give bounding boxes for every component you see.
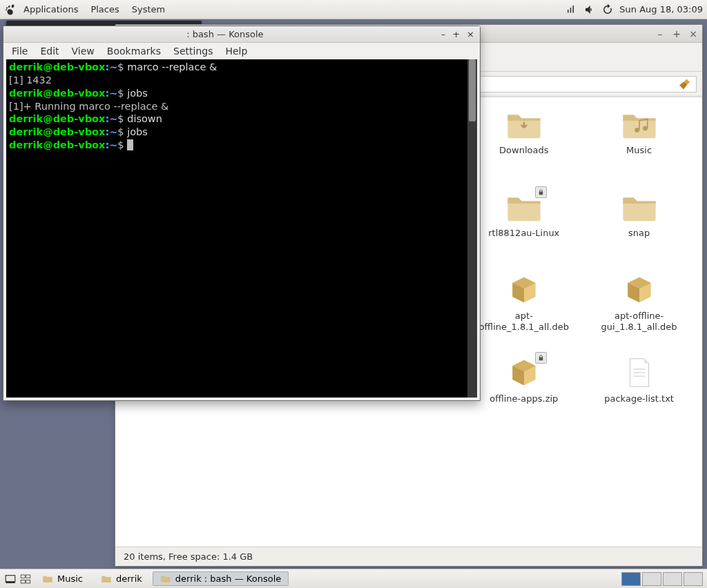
network-icon[interactable] bbox=[565, 3, 578, 16]
folder-icon bbox=[621, 190, 658, 224]
svg-rect-12 bbox=[26, 580, 30, 583]
terminal-line: [1]+ Running marco --replace & bbox=[9, 100, 474, 113]
terminal-line: derrik@deb-vbox:~$ jobs bbox=[9, 126, 474, 139]
file-item[interactable]: rtl8812au-Linux bbox=[467, 188, 580, 264]
file-item[interactable]: apt-offline-gui_1.8.1_all.deb bbox=[583, 271, 695, 346]
svg-rect-11 bbox=[21, 580, 25, 583]
terminal-line: derrik@deb-vbox:~$ jobs bbox=[9, 87, 474, 100]
close-icon[interactable]: × bbox=[688, 29, 698, 39]
panel-menus: Applications Places System bbox=[4, 2, 171, 17]
lock-emblem-icon bbox=[535, 352, 547, 364]
file-item[interactable]: offline-apps.zip bbox=[467, 353, 580, 429]
file-label: apt-offline-gui_1.8.1_all.deb bbox=[591, 311, 688, 333]
txt-icon bbox=[621, 356, 658, 389]
konsole-menu-settings[interactable]: Settings bbox=[168, 43, 218, 59]
svg-rect-9 bbox=[21, 575, 25, 578]
file-item[interactable]: Downloads bbox=[467, 105, 580, 181]
clock-text[interactable]: Sun Aug 18, 03:09 bbox=[619, 4, 703, 14]
taskbar-button[interactable]: derrik bbox=[93, 571, 150, 586]
workspace-switcher[interactable] bbox=[621, 572, 703, 586]
terminal-scrollbar[interactable] bbox=[467, 59, 477, 398]
caja-statusbar: 20 items, Free space: 1.4 GB bbox=[115, 547, 702, 566]
workspace-3[interactable] bbox=[663, 572, 682, 586]
taskbar-button[interactable]: derrik : bash — Konsole bbox=[153, 571, 289, 586]
file-label: snap bbox=[628, 228, 650, 239]
zip-icon bbox=[505, 356, 543, 389]
update-icon[interactable] bbox=[601, 3, 614, 16]
window-icon bbox=[101, 574, 112, 583]
file-label: Music bbox=[626, 145, 652, 156]
konsole-title-text: : bash — Konsole bbox=[9, 29, 441, 39]
clear-icon[interactable] bbox=[679, 78, 692, 90]
terminal-line: derrik@deb-vbox:~$ bbox=[9, 139, 474, 152]
window-list-icon[interactable] bbox=[19, 573, 32, 585]
konsole-menubar: FileEditViewBookmarksSettingsHelp bbox=[3, 43, 480, 59]
minimize-icon[interactable]: – bbox=[441, 29, 446, 39]
panel-tray: Sun Aug 18, 03:09 bbox=[565, 3, 703, 16]
menu-system[interactable]: System bbox=[126, 2, 171, 17]
file-label: offline-apps.zip bbox=[490, 393, 558, 404]
terminal-line: [1] 1432 bbox=[9, 74, 474, 87]
taskbar-button[interactable]: Music bbox=[35, 571, 90, 586]
konsole-menu-help[interactable]: Help bbox=[220, 43, 253, 59]
file-label: apt-offline_1.8.1_all.deb bbox=[476, 311, 572, 333]
show-desktop-icon[interactable] bbox=[4, 573, 17, 585]
svg-rect-7 bbox=[6, 575, 15, 581]
svg-point-2 bbox=[635, 128, 639, 133]
menu-places[interactable]: Places bbox=[85, 2, 124, 17]
svg-rect-10 bbox=[26, 575, 30, 578]
taskbar-label: derrik bbox=[116, 574, 142, 584]
maximize-icon[interactable]: + bbox=[452, 29, 460, 39]
window-icon bbox=[160, 574, 171, 583]
workspace-1[interactable] bbox=[621, 572, 641, 586]
menu-applications[interactable]: Applications bbox=[18, 2, 84, 17]
svg-point-3 bbox=[643, 126, 648, 131]
close-icon[interactable]: × bbox=[467, 29, 474, 39]
scrollbar-thumb[interactable] bbox=[469, 59, 476, 121]
konsole-menu-bookmarks[interactable]: Bookmarks bbox=[101, 43, 166, 59]
konsole-titlebar[interactable]: : bash — Konsole – + × bbox=[3, 26, 480, 43]
konsole-menu-edit[interactable]: Edit bbox=[35, 43, 64, 59]
statusbar-text: 20 items, Free space: 1.4 GB bbox=[124, 551, 253, 562]
gnome-foot-icon bbox=[4, 3, 17, 16]
top-panel: Applications Places System Sun Aug 18, 0… bbox=[0, 0, 707, 19]
workspace-4[interactable] bbox=[684, 572, 703, 586]
terminal-area[interactable]: derrik@deb-vbox:~$ marco --replace &[1] … bbox=[6, 59, 477, 398]
volume-icon[interactable] bbox=[583, 3, 596, 16]
file-item[interactable]: Music bbox=[583, 105, 695, 181]
workspace-2[interactable] bbox=[642, 572, 661, 586]
file-label: rtl8812au-Linux bbox=[488, 228, 559, 239]
folder-icon bbox=[621, 108, 658, 141]
file-label: package-list.txt bbox=[604, 393, 674, 404]
svg-rect-8 bbox=[6, 581, 15, 582]
lock-emblem-icon bbox=[535, 186, 547, 198]
maximize-icon[interactable]: + bbox=[672, 29, 681, 39]
bottom-panel: Musicderrikderrik : bash — Konsole bbox=[0, 569, 707, 588]
taskbar-label: Music bbox=[57, 574, 83, 584]
minimize-icon[interactable]: – bbox=[655, 29, 665, 39]
file-item[interactable]: package-list.txt bbox=[583, 353, 695, 429]
window-icon bbox=[42, 574, 53, 583]
deb-icon bbox=[505, 273, 543, 306]
deb-icon bbox=[621, 273, 658, 306]
folder-icon bbox=[505, 190, 543, 224]
konsole-menu-file[interactable]: File bbox=[6, 43, 33, 59]
terminal-line: derrik@deb-vbox:~$ marco --replace & bbox=[9, 61, 474, 74]
terminal-line: derrik@deb-vbox:~$ disown bbox=[9, 112, 474, 126]
konsole-window: : bash — Konsole – + × FileEditViewBookm… bbox=[3, 26, 481, 401]
file-item[interactable]: snap bbox=[583, 188, 695, 264]
folder-icon bbox=[505, 108, 543, 141]
taskbar-label: derrik : bash — Konsole bbox=[175, 574, 281, 584]
file-item[interactable]: apt-offline_1.8.1_all.deb bbox=[467, 271, 580, 346]
file-label: Downloads bbox=[499, 145, 548, 156]
konsole-menu-view[interactable]: View bbox=[66, 43, 100, 59]
